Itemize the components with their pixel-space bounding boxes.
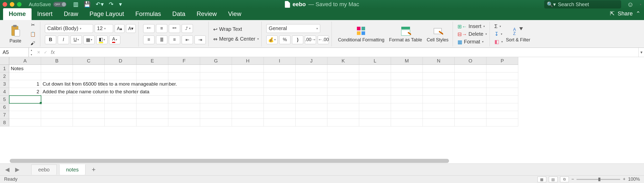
delete-cells-button[interactable]: ⊟→Delete▾ [457,31,487,37]
tab-data[interactable]: Data [167,8,191,20]
cell[interactable] [296,65,327,72]
undo-icon[interactable]: ↶▾ [96,1,104,8]
cell[interactable] [105,96,136,103]
cell[interactable] [105,119,136,126]
row-header[interactable]: 6 [0,103,9,111]
save-icon[interactable]: 💾 [84,1,91,8]
cell[interactable] [455,103,486,111]
cell[interactable] [136,96,168,103]
row-header[interactable]: 1 [0,65,9,72]
tab-insert[interactable]: Insert [32,8,58,20]
cell[interactable] [9,72,41,80]
increase-font-icon[interactable]: A▴ [115,24,124,33]
horizontal-scrollbar[interactable] [10,159,637,163]
redo-icon[interactable]: ↷ [109,1,113,8]
cell[interactable] [359,96,391,103]
cell[interactable] [455,119,486,126]
cell[interactable] [264,72,296,80]
cell[interactable] [200,65,232,72]
cell[interactable] [455,72,486,80]
cell[interactable] [359,103,391,111]
copy-icon[interactable]: 📋 [28,31,37,38]
cell[interactable] [136,119,168,126]
align-left-icon[interactable]: ≡ [143,35,154,44]
row-header[interactable]: 8 [0,119,9,126]
column-header[interactable]: G [200,57,232,65]
cell[interactable] [296,103,327,111]
decrease-font-icon[interactable]: A▾ [126,24,136,33]
name-box[interactable]: A5 [0,48,29,57]
cell[interactable] [41,72,73,80]
cell[interactable] [9,119,41,126]
cell[interactable] [327,111,359,119]
italic-button[interactable]: I [58,35,69,44]
column-header[interactable]: O [455,57,486,65]
add-sheet-button[interactable]: + [88,166,99,173]
column-header[interactable]: J [296,57,327,65]
cell[interactable] [136,65,168,72]
qat-customize-icon[interactable]: ▾ [119,1,122,8]
column-header[interactable]: D [105,57,136,65]
align-center-icon[interactable]: ≣ [156,35,167,44]
underline-button[interactable]: U▾ [71,35,82,44]
cell[interactable] [264,80,296,88]
decrease-decimal-icon[interactable]: ←.00 [318,35,329,44]
zoom-level[interactable]: 100% [628,177,640,182]
tab-home[interactable]: Home [3,8,32,20]
cell[interactable]: Notes [9,65,41,72]
cell[interactable] [423,72,455,80]
cell[interactable] [327,119,359,126]
cell[interactable] [232,88,264,96]
cell[interactable] [168,119,200,126]
cell[interactable] [423,80,455,88]
cell[interactable] [486,103,518,111]
cell[interactable] [391,72,423,80]
cell[interactable] [455,88,486,96]
fill-button[interactable]: ↧▾ [494,31,503,37]
sheet-tab-eebo[interactable]: eebo [31,164,57,175]
view-normal-icon[interactable]: ▦ [538,177,546,182]
cell[interactable] [73,72,105,80]
column-header[interactable]: M [391,57,423,65]
cell[interactable] [168,111,200,119]
tab-review[interactable]: Review [191,8,222,20]
cell[interactable] [9,96,41,103]
cell[interactable] [232,65,264,72]
cell[interactable] [73,88,105,96]
cell[interactable] [41,111,73,119]
column-header[interactable]: C [73,57,105,65]
cell[interactable] [486,96,518,103]
cell[interactable] [391,88,423,96]
cell[interactable] [73,65,105,72]
cell[interactable] [105,72,136,80]
cell[interactable] [73,103,105,111]
row-header[interactable]: 2 [0,72,9,80]
align-top-icon[interactable]: ⬴ [143,24,154,33]
expand-formula-bar-icon[interactable]: ▾ [638,48,644,57]
cell[interactable]: Added the place name column to the short… [41,88,73,96]
accounting-format-icon[interactable]: 💰▾ [266,35,278,44]
column-header[interactable]: L [359,57,391,65]
window-zoom-button[interactable] [17,2,22,7]
sheet-tab-notes[interactable]: notes [59,164,86,175]
cell[interactable] [73,96,105,103]
cell[interactable] [423,96,455,103]
cell[interactable] [486,111,518,119]
column-header[interactable]: F [168,57,200,65]
cell[interactable] [359,119,391,126]
cell[interactable] [264,65,296,72]
conditional-formatting-button[interactable]: Conditional Formatting [336,25,386,44]
cell[interactable] [391,111,423,119]
cell[interactable] [232,72,264,80]
cell[interactable] [200,72,232,80]
row-header[interactable]: 4 [0,88,9,96]
sort-filter-button[interactable]: AZ Sort & Filter [504,25,532,44]
cell[interactable] [136,88,168,96]
select-all-corner[interactable] [0,57,9,65]
orientation-icon[interactable]: ⭜▾ [182,24,193,33]
column-header[interactable]: K [327,57,359,65]
zoom-in-button[interactable]: + [623,177,626,182]
cell[interactable] [41,65,73,72]
fill-color-button[interactable]: ◧▾ [96,35,108,44]
number-format-combo[interactable]: General▾ [266,24,320,33]
